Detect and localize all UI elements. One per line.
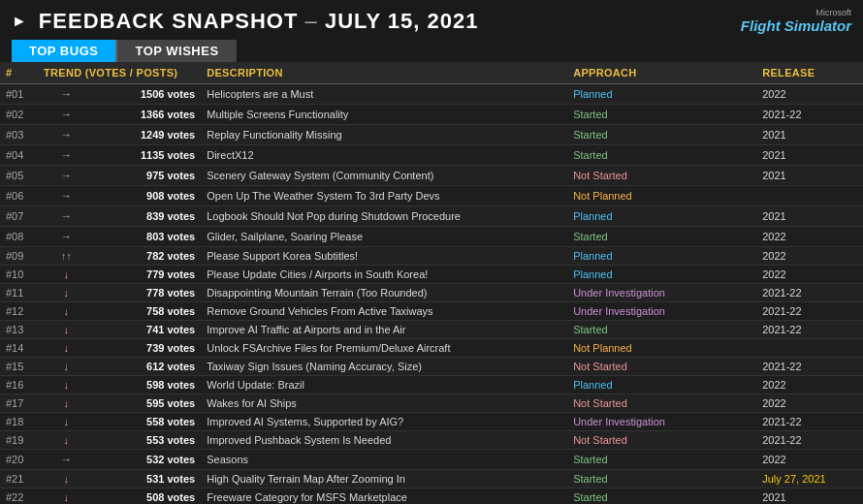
cell-approach: Started [567, 105, 756, 125]
cell-release: 2021-22 [756, 284, 863, 302]
cell-votes: 778 votes [95, 284, 202, 302]
cell-approach: Started [567, 227, 756, 247]
cell-votes: 741 votes [95, 321, 202, 339]
table-row: #17 ↓ 595 votes Wakes for AI Ships Not S… [0, 394, 863, 413]
cell-desc: Please Support Korea Subtitles! [201, 247, 567, 266]
cell-votes: 531 votes [95, 470, 202, 488]
table-row: #01 → 1506 votes Helicopters are a Must … [0, 84, 863, 105]
cell-approach: Not Started [567, 431, 756, 450]
cell-desc: Unlock FSArchive Files for Premium/Delux… [201, 339, 567, 358]
cell-trend: → [38, 166, 95, 186]
table-row: #07 → 839 votes Logbook Should Not Pop d… [0, 206, 863, 227]
cell-desc: Scenery Gateway System (Community Conten… [201, 166, 567, 186]
cell-approach: Not Planned [567, 186, 756, 206]
cell-votes: 782 votes [95, 247, 202, 266]
table-row: #22 ↓ 508 votes Freeware Category for MS… [0, 488, 863, 505]
cell-votes: 595 votes [95, 394, 202, 413]
cell-votes: 558 votes [95, 413, 202, 431]
cell-trend: → [38, 186, 95, 206]
table-row: #02 → 1366 votes Multiple Screens Functi… [0, 105, 863, 125]
cell-desc: Glider, Sailplane, Soaring Please [201, 227, 567, 247]
cell-trend: → [38, 105, 95, 125]
cell-votes: 1249 votes [95, 125, 202, 145]
cell-trend: → [38, 125, 95, 145]
cell-release: July 27, 2021 [756, 470, 863, 488]
cell-desc: Improve AI Traffic at Airports and in th… [201, 321, 567, 339]
cell-approach: Started [567, 145, 756, 166]
cell-num: #10 [0, 266, 38, 284]
cell-num: #13 [0, 321, 38, 339]
cell-num: #16 [0, 376, 38, 394]
col-approach: APPROACH [567, 62, 756, 84]
cell-votes: 553 votes [95, 431, 202, 450]
cell-trend: → [38, 84, 95, 105]
cell-desc: DirectX12 [201, 145, 567, 166]
cell-num: #09 [0, 247, 38, 266]
cell-trend: ↓ [38, 339, 95, 358]
cell-approach: Under Investigation [567, 302, 756, 321]
chevron-icon: ► [12, 13, 27, 30]
table-row: #08 → 803 votes Glider, Sailplane, Soari… [0, 227, 863, 247]
cell-trend: ↓ [38, 358, 95, 376]
cell-trend: ↓ [38, 431, 95, 450]
cell-approach: Under Investigation [567, 284, 756, 302]
cell-desc: Helicopters are a Must [201, 84, 567, 105]
cell-votes: 598 votes [95, 376, 202, 394]
cell-trend: ↓ [38, 394, 95, 413]
col-release: RELEASE [756, 62, 863, 84]
cell-num: #15 [0, 358, 38, 376]
cell-trend: → [38, 450, 95, 470]
table-row: #09 ↑↑ 782 votes Please Support Korea Su… [0, 247, 863, 266]
cell-votes: 739 votes [95, 339, 202, 358]
table-row: #10 ↓ 779 votes Please Update Cities / A… [0, 266, 863, 284]
cell-trend: → [38, 206, 95, 227]
cell-votes: 1135 votes [95, 145, 202, 166]
cell-trend: ↓ [38, 302, 95, 321]
cell-approach: Started [567, 125, 756, 145]
cell-trend: ↓ [38, 284, 95, 302]
cell-num: #14 [0, 339, 38, 358]
cell-release: 2021-22 [756, 413, 863, 431]
cell-trend: ↑↑ [38, 247, 95, 266]
cell-trend: → [38, 145, 95, 166]
cell-release: 2021 [756, 166, 863, 186]
cell-desc: Freeware Category for MSFS Marketplace [201, 488, 567, 505]
cell-desc: Remove Ground Vehicles From Active Taxiw… [201, 302, 567, 321]
cell-votes: 1506 votes [95, 84, 202, 105]
cell-release: 2022 [756, 227, 863, 247]
cell-votes: 1366 votes [95, 105, 202, 125]
cell-votes: 839 votes [95, 206, 202, 227]
cell-votes: 908 votes [95, 186, 202, 206]
col-num: # [0, 62, 38, 84]
cell-trend: ↓ [38, 470, 95, 488]
col-trend: TREND (VOTES / POSTS) [38, 62, 201, 84]
cell-release [756, 186, 863, 206]
cell-release: 2021 [756, 125, 863, 145]
cell-release: 2021 [756, 206, 863, 227]
table-row: #04 → 1135 votes DirectX12 Started 2021 [0, 145, 863, 166]
cell-desc: Taxiway Sign Issues (Naming Accuracy, Si… [201, 358, 567, 376]
col-desc: DESCRIPTION [201, 62, 567, 84]
tab-bugs[interactable]: TOP BUGS [12, 40, 115, 62]
cell-release: 2022 [756, 394, 863, 413]
tab-wishes[interactable]: TOP WISHES [115, 40, 236, 62]
cell-release: 2021 [756, 488, 863, 505]
cell-votes: 975 votes [95, 166, 202, 186]
cell-num: #06 [0, 186, 38, 206]
cell-approach: Started [567, 488, 756, 505]
cell-num: #03 [0, 125, 38, 145]
cell-num: #20 [0, 450, 38, 470]
table-row: #16 ↓ 598 votes World Update: Brazil Pla… [0, 376, 863, 394]
cell-desc: Disappointing Mountain Terrain (Too Roun… [201, 284, 567, 302]
cell-trend: ↓ [38, 266, 95, 284]
cell-approach: Started [567, 450, 756, 470]
cell-desc: Improved Pushback System Is Needed [201, 431, 567, 450]
cell-votes: 758 votes [95, 302, 202, 321]
cell-release: 2022 [756, 376, 863, 394]
table-row: #14 ↓ 739 votes Unlock FSArchive Files f… [0, 339, 863, 358]
cell-approach: Started [567, 321, 756, 339]
cell-num: #01 [0, 84, 38, 105]
cell-votes: 803 votes [95, 227, 202, 247]
cell-num: #19 [0, 431, 38, 450]
header: ► FEEDBACK SNAPSHOT – JULY 15, 2021 Micr… [0, 0, 863, 34]
